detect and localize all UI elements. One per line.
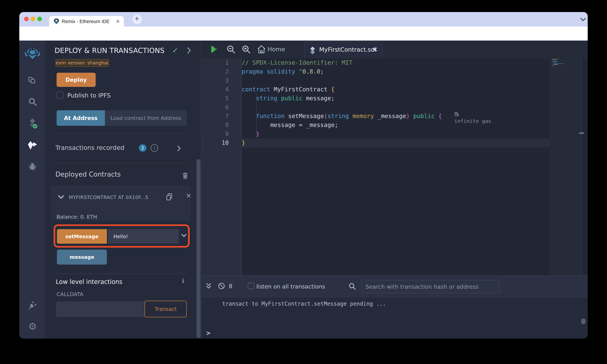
transactions-info-icon[interactable]: i [151, 144, 158, 152]
macos-close-button[interactable] [24, 17, 29, 21]
new-tab-button[interactable]: + [135, 14, 139, 23]
remix-logo-icon [25, 47, 40, 61]
editor-area: Home MyFirstContract.sol × 1// SPDX-Lice… [202, 40, 588, 338]
browser-tab[interactable]: Remix - Ethereum IDE × [49, 16, 124, 26]
terminal-panel: 0 listen on all transactions transact to… [202, 275, 588, 338]
line-number: 10 [202, 138, 229, 147]
debugger-bug-icon[interactable] [28, 162, 37, 171]
browser-tab-strip: Remix - Ethereum IDE × + [19, 12, 588, 26]
section-divider [57, 163, 187, 163]
terminal-search-input[interactable] [361, 280, 500, 293]
expand-arguments-chevron-icon[interactable] [181, 234, 186, 237]
home-tab[interactable]: Home [267, 46, 285, 52]
home-icon[interactable] [257, 45, 266, 54]
zoom-in-icon[interactable] [241, 45, 251, 54]
line-number: 8 [202, 120, 229, 130]
code-line-7[interactable]: 7 function setMessage(string memory _mes… [202, 112, 550, 120]
deploy-run-panel: DEPLOY & RUN TRANSACTIONS ✓ evm version:… [46, 40, 202, 338]
calldata-label: CALLDATA [57, 291, 83, 297]
deployed-contract-card: MYFIRSTCONTRACT AT 0X10F...5 × Balance: … [51, 185, 191, 221]
code-line-10[interactable]: 10} [202, 138, 550, 147]
tab-title: Remix - Ethereum IDE [62, 19, 109, 24]
macos-zoom-button[interactable] [37, 17, 42, 21]
solidity-compiler-icon[interactable] [27, 118, 38, 129]
browser-toolbar: remix.ethereum.org/#lang=en&optimize=fal… [19, 26, 588, 40]
low-level-info-icon[interactable]: i [182, 277, 184, 284]
remove-instance-icon[interactable]: × [186, 192, 192, 199]
terminal-scrollbar-thumb[interactable] [581, 318, 586, 324]
browser-window: Remix - Ethereum IDE × + remix.ethereum.… [19, 12, 588, 338]
transactions-count-badge: 2 [139, 144, 146, 152]
deployed-contracts-title: Deployed Contracts [55, 170, 121, 178]
side-panel-scrollbar[interactable] [197, 159, 200, 338]
remix-icon-panel: ⚙ [19, 40, 46, 338]
deploy-button[interactable]: Deploy [57, 73, 96, 87]
transactions-recorded-label: Transactions recorded [55, 144, 124, 151]
transactions-expand-chevron-icon[interactable] [177, 145, 181, 151]
evm-version-badge: evm version: shanghai [55, 59, 109, 67]
remix-app: ⚙ DEPLOY & RUN TRANSACTIONS ✓ evm versio… [19, 40, 588, 338]
code-line-2[interactable]: 2pragma solidity ^0.8.0; [202, 67, 550, 76]
plugin-manager-plug-icon[interactable] [28, 300, 37, 310]
tab-close-icon[interactable]: × [116, 18, 119, 25]
collapse-terminal-chevrons-icon[interactable] [206, 282, 212, 290]
panel-expand-chevron-icon[interactable] [187, 47, 191, 54]
terminal-search-icon [348, 282, 356, 290]
low-level-interactions-title: Low level interactions [56, 278, 122, 285]
editor-tab-bar: Home MyFirstContract.sol × [202, 40, 588, 58]
publish-ipfs-label: Publish to IPFS [67, 92, 111, 99]
run-script-play-icon[interactable] [209, 45, 219, 54]
solidity-file-icon [309, 46, 316, 55]
clear-instances-trash-icon[interactable] [182, 172, 188, 179]
code-line-8[interactable]: 8 message = _message; [202, 120, 550, 130]
terminal-prompt[interactable]: > [206, 329, 210, 337]
editor-minimap[interactable] [550, 58, 582, 275]
contract-balance-label: Balance: 0. ETH [57, 214, 97, 220]
code-line-4[interactable]: 4contract MyFirstContract { [202, 85, 550, 94]
file-explorer-icon[interactable] [28, 76, 37, 84]
code-line-5[interactable]: 5 string public message; [202, 94, 550, 103]
publish-ipfs-checkbox[interactable] [57, 92, 64, 99]
code-line-9[interactable]: 9 } [202, 130, 550, 138]
line-number: 6 [202, 103, 229, 112]
file-tab-label: MyFirstContract.sol [319, 46, 376, 53]
settings-gear-icon[interactable]: ⚙ [28, 321, 37, 332]
at-address-input[interactable] [105, 110, 187, 126]
macos-minimize-button[interactable] [31, 17, 35, 21]
line-number: 1 [202, 58, 229, 67]
terminal-log-line: transact to MyFirstContract.setMessage p… [222, 300, 386, 307]
at-address-button[interactable]: At Address [57, 110, 105, 126]
file-tab-close-icon[interactable]: × [372, 46, 378, 53]
section-divider [57, 133, 187, 133]
line-number: 2 [202, 67, 229, 76]
calldata-input[interactable] [56, 301, 145, 317]
code-line-6[interactable]: 6 [202, 103, 550, 112]
section-divider [57, 274, 187, 274]
line-number: 9 [202, 130, 229, 138]
set-message-function-button[interactable]: setMessage [57, 229, 107, 244]
zoom-out-icon[interactable] [226, 45, 236, 54]
code-line-3[interactable]: 3 [202, 76, 550, 85]
tab-search-chevron-icon[interactable] [580, 17, 586, 22]
search-icon[interactable] [28, 97, 37, 106]
contract-instance-label[interactable]: MYFIRSTCONTRACT AT 0X10F...5 [69, 195, 148, 200]
panel-title: DEPLOY & RUN TRANSACTIONS [55, 47, 164, 54]
file-tab-myfirstcontract[interactable]: MyFirstContract.sol × [304, 41, 383, 58]
remix-favicon-icon [53, 18, 59, 24]
listen-all-transactions-checkbox[interactable] [248, 283, 254, 289]
transact-button[interactable]: Transact [145, 301, 187, 317]
contract-collapse-chevron-icon[interactable] [58, 195, 64, 199]
listen-all-transactions-label[interactable]: listen on all transactions [256, 283, 325, 290]
code-editor[interactable]: 1// SPDX-License-Identifier: MIT2pragma … [202, 58, 588, 275]
compile-success-check-icon: ✓ [172, 46, 178, 55]
message-getter-button[interactable]: message [57, 250, 107, 265]
clear-console-ban-icon[interactable] [218, 282, 225, 290]
copy-address-icon[interactable] [166, 193, 173, 201]
line-number: 4 [202, 85, 229, 94]
line-number: 5 [202, 94, 229, 103]
set-message-argument-input[interactable] [108, 229, 179, 244]
code-line-1[interactable]: 1// SPDX-License-Identifier: MIT [202, 58, 550, 67]
pending-transactions-count: 0 [229, 283, 232, 289]
deploy-run-icon[interactable] [27, 141, 38, 150]
terminal-toolbar: 0 listen on all transactions [202, 275, 588, 297]
